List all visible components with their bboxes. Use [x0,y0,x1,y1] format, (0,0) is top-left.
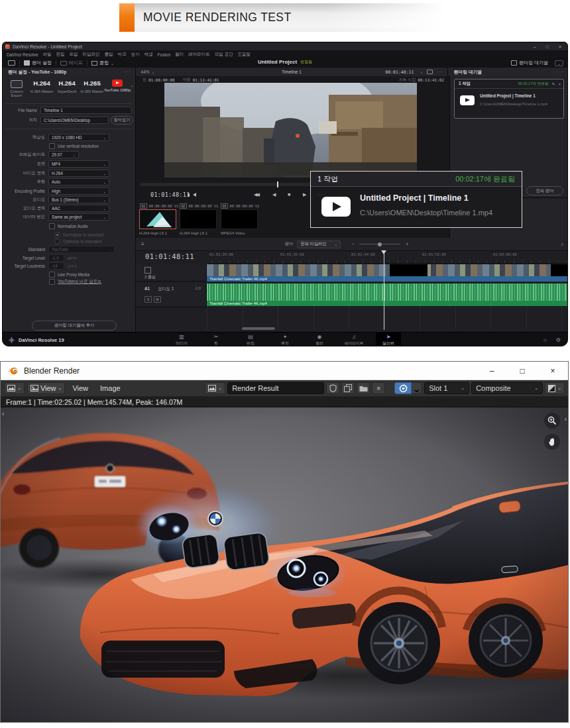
menu-item[interactable]: DaVinci Resolve [7,52,38,57]
viewer-options-button[interactable]: ··· [437,70,443,74]
format-select[interactable]: MP4⌄ [48,160,109,168]
track-lock-icon[interactable] [144,267,151,274]
frame-rate-select[interactable]: 29.97⌄ [48,151,79,158]
normalize-standard-radio[interactable] [54,232,60,238]
tape-button[interactable]: 테이프 [69,60,83,66]
region-collapse-right-icon[interactable]: ‹ [565,415,567,423]
tab-deliver[interactable]: ➤ 딜리버 [376,333,401,346]
menu-item[interactable]: 타임라인 [83,52,100,58]
viewer-duration[interactable]: 00:01:48:11 [385,70,414,75]
encoding-profile-select[interactable]: High⌄ [48,187,109,195]
remove-job-icon[interactable]: × [558,82,561,86]
play-reverse-button[interactable]: ◀ [272,192,276,197]
preset-youtube-1080p[interactable]: YouTube 1080p [103,78,131,92]
image-name-field[interactable]: Render Result [227,382,324,394]
volume-icon[interactable] [193,193,196,197]
timeline-options-icon[interactable]: ≡ [141,241,144,247]
pass-select[interactable]: Composite⌄ [471,382,543,394]
preset-hyperdeck[interactable]: H.264 HyperDeck [54,78,80,93]
video-codec-select[interactable]: H.264⌄ [48,170,109,177]
render-queue-toggle[interactable]: 렌더링 대기열 [519,60,548,66]
audio-select[interactable]: Bus 1 (Stereo)⌄ [48,196,109,203]
timeline-ruler[interactable]: 01:01:28:00 01:01:36:00 01:01:44:00 01:0… [207,250,568,264]
expand-panel-button[interactable]: ⌄ [555,60,563,66]
mute-button[interactable]: M [154,296,161,303]
video-track-header[interactable]: 3 클립 [136,264,207,282]
menu-item[interactable]: 보기 [131,52,140,58]
zoom-slider-handle[interactable] [378,242,382,246]
editor-type-selector[interactable]: ⌄ [4,382,25,394]
presets-scroll-chevron[interactable]: ⌄ [131,83,134,87]
add-to-render-queue-button[interactable]: 렌더링 대기열에 추가 [32,321,117,331]
tab-color[interactable]: ◉ 컬러 [307,334,332,346]
viewer-zoom-select[interactable]: 44% [141,70,150,74]
render-range-select[interactable]: 전체 타임라인⌄ [297,240,341,248]
minimize-button[interactable]: – [534,44,536,49]
timeline-select[interactable]: Timeline 1 [282,70,302,74]
image-datablock-selector[interactable]: ⌄ [205,382,225,394]
menu-item[interactable]: 도움말 [237,52,251,58]
preset-h264-master[interactable]: H.264 H.264 Master [29,78,54,93]
gear-icon[interactable]: ⚙ [556,337,561,343]
render-viewport[interactable]: ‹ ‹ [1,407,568,722]
edit-job-icon[interactable]: ✎ [551,81,555,86]
menu-item[interactable]: 편집 [56,52,65,58]
audio-codec-select[interactable]: AAC⌄ [48,205,109,212]
tab-cut[interactable]: ✂ 컷 [203,334,229,346]
standard-select[interactable]: YouTube⌄ [48,246,115,253]
preset-h265-master[interactable]: H.265 H.265 Master [80,78,105,93]
zoom-out-button[interactable]: − [351,242,354,246]
render-job-card[interactable]: 1 작업 00:02:17에 완료됨 ✎ × Untitled Project … [454,79,564,119]
fake-user-shield-button[interactable] [326,382,339,394]
maximize-button[interactable]: □ [546,44,549,49]
clip-2-thumbnail[interactable] [180,209,217,229]
close-button[interactable]: × [538,366,568,376]
menu-item[interactable]: 파일 [43,52,52,58]
maximize-button[interactable]: □ [507,366,538,376]
type-select[interactable]: Auto⌄ [48,178,109,185]
menu-item[interactable]: 클립 [105,52,113,58]
image-menu[interactable]: Image [95,384,125,392]
home-icon[interactable]: ⌂ [543,337,547,343]
open-folder-button[interactable] [357,382,370,394]
audio-clip[interactable]: Titanfall Cinematic Trailer 4K.mp4 [207,284,568,307]
display-channels-selector[interactable]: ⌄ [545,382,565,394]
zoom-in-button[interactable]: + [406,242,408,246]
menu-item[interactable]: 재생 [144,52,153,58]
menu-item[interactable]: 페어라이트 [188,52,210,58]
playhead-handle[interactable] [277,182,278,187]
view-mode-selector[interactable]: View ⌄ [27,382,66,394]
file-name-input[interactable]: Timeline 1 [40,107,132,114]
timeline-scrollbar[interactable] [242,327,275,330]
proxy-media-checkbox[interactable] [49,272,55,278]
menu-item[interactable]: 컬러 [175,52,184,58]
optimize-standard-radio[interactable] [54,238,60,244]
menu-item[interactable]: 트림 [70,52,78,58]
close-button[interactable]: × [559,44,561,49]
viewer-video-preview[interactable] [164,83,417,178]
stop-button[interactable]: ■ [288,192,290,197]
menu-item[interactable]: 작업 공간 [215,52,233,58]
playhead-line[interactable] [384,250,384,330]
zoom-tool-button[interactable] [544,413,560,429]
play-button[interactable]: ▶ [303,192,306,197]
data-burn-in-select[interactable]: Same as project⌄ [48,213,109,221]
panel-options-button[interactable]: ··· [125,70,131,74]
normalize-audio-checkbox[interactable] [49,223,55,229]
preset-custom-export[interactable]: Custom Export [4,78,29,97]
menu-item[interactable]: Fusion [158,52,171,57]
slot-select[interactable]: Slot 1⌄ [424,382,469,394]
region-collapse-left-icon[interactable]: ‹ [2,410,4,417]
tab-fusion[interactable]: ✦ 퓨전 [272,334,298,346]
view-menu[interactable]: View [68,384,93,392]
location-input[interactable]: C:\Users\OMEN\Desktop [40,117,109,124]
monitor-icon[interactable] [8,60,15,66]
pan-hand-button[interactable] [544,434,560,450]
clip-1-thumbnail[interactable] [139,209,176,229]
resolution-select[interactable]: 1920 x 1080 HD⌄ [48,134,109,141]
render-all-button[interactable]: 전체 렌더 [526,186,563,195]
clip-3-thumbnail[interactable] [221,209,258,229]
tab-fairlight[interactable]: ♫ 페어라이트 [341,334,367,346]
vertical-resolution-checkbox[interactable] [49,143,55,149]
first-frame-button[interactable]: ◀◀ [254,192,258,197]
